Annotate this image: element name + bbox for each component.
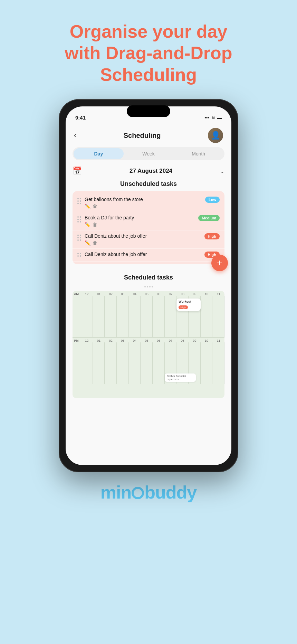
dynamic-island <box>127 105 170 117</box>
gather-task-card[interactable]: Gather financial expenses <box>165 373 196 382</box>
tab-month[interactable]: Month <box>173 148 223 159</box>
hero-title-line2: with Drag-and-Drop <box>65 43 232 63</box>
delete-icon[interactable]: 🗑 <box>93 203 97 209</box>
pm-grid: Gather financial expenses <box>73 342 224 384</box>
resize-handle[interactable] <box>66 285 231 288</box>
task-name: Call Deniz about the job offer <box>85 233 201 239</box>
workout-badge: High <box>179 305 188 309</box>
task-name: Get balloons from the store <box>85 197 202 202</box>
priority-badge: High <box>204 233 220 239</box>
hero-title-line1: Organise your day <box>70 21 228 41</box>
priority-badge: Medium <box>198 215 220 221</box>
delete-icon[interactable]: 🗑 <box>93 222 97 227</box>
phone-shell: 9:41 ▪▪▪ ≋ ▬ ‹ Scheduling 👤 Day Week Mo <box>59 99 238 472</box>
task-item: Get balloons from the store ✏️ 🗑 Low <box>73 194 224 212</box>
tab-day[interactable]: Day <box>74 148 124 159</box>
chevron-down-icon: ⌄ <box>220 168 224 174</box>
timeline: AM 12 01 02 03 04 05 06 07 08 09 <box>73 291 224 398</box>
task-actions: ✏️ 🗑 <box>85 222 195 227</box>
delete-icon[interactable]: 🗑 <box>93 240 97 246</box>
tab-week[interactable]: Week <box>124 148 174 159</box>
scheduled-section: Scheduled tasks AM 12 01 02 <box>66 274 231 398</box>
hero-title-line3: Scheduling <box>100 65 197 85</box>
status-icons: ▪▪▪ ≋ ▬ <box>204 115 222 120</box>
scheduled-section-title: Scheduled tasks <box>66 274 231 281</box>
edit-icon[interactable]: ✏️ <box>85 222 90 227</box>
task-badge-area: Low <box>205 197 220 203</box>
task-badge-area: Medium <box>198 215 220 221</box>
add-task-button[interactable]: + <box>211 255 228 271</box>
status-time: 9:41 <box>75 115 86 121</box>
am-grid: Workout High <box>73 296 224 337</box>
logo-mind: min <box>100 482 131 502</box>
calendar-icon: 📅 <box>73 167 82 176</box>
task-content: Call Deniz about the job offer ✏️ 🗑 <box>85 233 201 246</box>
unscheduled-section-title: Unscheduled tasks <box>66 180 231 188</box>
task-content: Book a DJ for the party ✏️ 🗑 <box>85 215 195 227</box>
screen-content: 9:41 ▪▪▪ ≋ ▬ ‹ Scheduling 👤 Day Week Mo <box>66 106 231 465</box>
screen-title: Scheduling <box>124 132 161 140</box>
logo-text: minbuddy <box>100 482 197 503</box>
gather-title: Gather financial expenses <box>167 375 194 381</box>
date-label: 27 August 2024 <box>85 168 217 174</box>
task-content: Call Deniz about the job offer <box>85 252 201 258</box>
logo-buddy: buddy <box>144 482 197 502</box>
task-name: Book a DJ for the party <box>85 215 195 220</box>
task-actions: ✏️ 🗑 <box>85 240 201 246</box>
task-item: Call Deniz about the job offer ✏️ 🗑 High <box>73 230 224 249</box>
task-actions: ✏️ 🗑 <box>85 203 202 209</box>
task-item: Book a DJ for the party ✏️ 🗑 Medium <box>73 212 224 230</box>
task-content: Get balloons from the store ✏️ 🗑 <box>85 197 202 209</box>
priority-badge: Low <box>205 197 220 203</box>
signal-icon: ▪▪▪ <box>204 115 209 120</box>
wifi-icon: ≋ <box>211 115 215 120</box>
drag-handle[interactable] <box>77 215 81 222</box>
drag-handle[interactable] <box>77 252 81 257</box>
phone-screen: 9:41 ▪▪▪ ≋ ▬ ‹ Scheduling 👤 Day Week Mo <box>66 106 231 465</box>
task-name: Call Deniz about the job offer <box>85 252 201 257</box>
edit-icon[interactable]: ✏️ <box>85 203 90 209</box>
top-nav: ‹ Scheduling 👤 <box>66 125 231 147</box>
pm-label: PM <box>73 339 81 342</box>
back-button[interactable]: ‹ <box>74 131 76 140</box>
date-selector[interactable]: 📅 27 August 2024 ⌄ <box>66 164 231 179</box>
drag-handle[interactable] <box>77 233 81 241</box>
task-item: Call Deniz about the job offer High <box>73 249 224 262</box>
avatar[interactable]: 👤 <box>208 128 223 143</box>
am-label: AM <box>73 292 81 296</box>
task-badge-area: High <box>204 233 220 239</box>
edit-icon[interactable]: ✏️ <box>85 240 90 246</box>
avatar-image: 👤 <box>208 128 223 143</box>
hero-title: Organise your day with Drag-and-Drop Sch… <box>31 21 266 85</box>
workout-title: Workout <box>179 300 199 303</box>
workout-task-card[interactable]: Workout High <box>176 299 201 311</box>
tab-bar: Day Week Month <box>73 147 224 160</box>
logo-area: minbuddy <box>100 482 197 503</box>
unscheduled-tasks-list: Get balloons from the store ✏️ 🗑 Low <box>73 191 224 264</box>
drag-handle[interactable] <box>77 197 81 204</box>
battery-icon: ▬ <box>217 115 222 120</box>
